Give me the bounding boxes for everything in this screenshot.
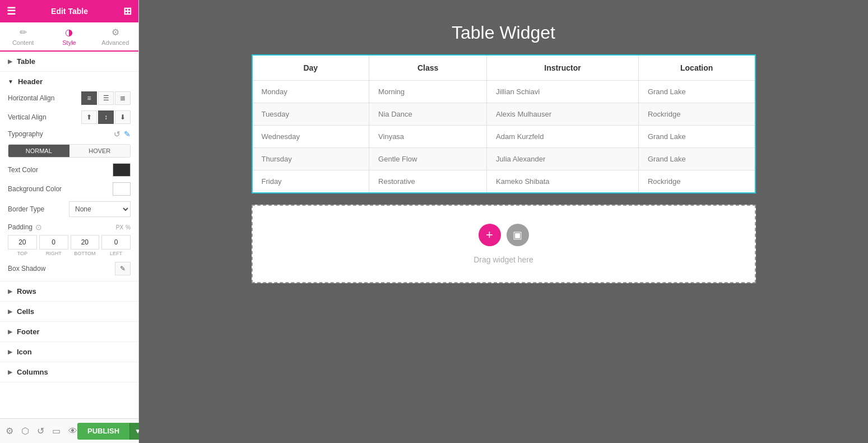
col-instructor: Instructor [487, 55, 639, 81]
settings-icon[interactable]: ⚙ [6, 426, 13, 436]
padding-top-label: TOP [17, 251, 27, 256]
vertical-align-label: Vertical Align [8, 113, 47, 121]
table-cell: Morning [369, 81, 487, 103]
menu-icon[interactable]: ☰ [7, 5, 16, 17]
horizontal-align-row: Horizontal Align ≡ ☰ ≣ [8, 91, 131, 105]
padding-top-input[interactable] [8, 235, 37, 250]
table-row: WednesdayVinyasaAdam KurzfeldGrand Lake [252, 126, 755, 148]
table-cell: Thursday [252, 148, 369, 170]
cells-arrow: ▶ [8, 308, 12, 315]
table-cell: Adam Kurzfeld [487, 126, 639, 148]
section-footer[interactable]: ▶ Footer [0, 322, 138, 342]
footer-arrow: ▶ [8, 329, 12, 335]
padding-left-field: LEFT [101, 235, 131, 256]
table-cell: Tuesday [252, 103, 369, 126]
typography-edit-icon[interactable]: ✎ [124, 130, 131, 139]
add-widget-button[interactable]: + [479, 224, 501, 246]
tab-style[interactable]: ◑ Style [46, 22, 92, 52]
section-table[interactable]: ▶ Table [0, 52, 138, 72]
left-panel: ☰ Edit Table ⊞ ✏ Content ◑ Style ⚙ Advan… [0, 0, 139, 443]
publish-button[interactable]: PUBLISH [77, 423, 129, 440]
valign-middle-button[interactable]: ↕ [98, 110, 114, 124]
tab-advanced-label: Advanced [101, 39, 129, 46]
drop-zone-buttons: + ▣ [479, 224, 529, 246]
device-icon[interactable]: ▭ [52, 426, 61, 436]
section-cells-label: Cells [17, 307, 34, 316]
table-cell: Vinyasa [369, 126, 487, 148]
section-columns[interactable]: ▶ Columns [0, 362, 138, 382]
vertical-align-buttons: ⬆ ↕ ⬇ [81, 110, 131, 124]
align-left-button[interactable]: ≡ [81, 91, 97, 105]
align-right-button[interactable]: ≣ [115, 91, 131, 105]
header-section-title[interactable]: ▼ Header [8, 77, 131, 86]
header-label: Header [18, 77, 43, 86]
col-location: Location [638, 55, 755, 81]
padding-label: Padding ⊙ [8, 223, 42, 232]
border-type-select[interactable]: None Solid Dashed Dotted [69, 201, 131, 217]
hover-tab[interactable]: HOVER [69, 145, 131, 157]
section-rows[interactable]: ▶ Rows [0, 282, 138, 302]
padding-unit-px[interactable]: PX [116, 224, 123, 230]
padding-left-label: LEFT [110, 251, 122, 256]
text-color-row: Text Color [8, 163, 131, 177]
section-icon-label: Icon [17, 348, 32, 356]
section-icon[interactable]: ▶ Icon [0, 342, 138, 362]
table-cell: Nia Dance [369, 103, 487, 126]
table-header-row: Day Class Instructor Location [252, 55, 755, 81]
padding-link-icon[interactable]: ⊙ [35, 223, 42, 232]
align-center-button[interactable]: ☰ [98, 91, 114, 105]
drop-text: Drag widget here [474, 255, 533, 264]
table-cell: Wednesday [252, 126, 369, 148]
section-rows-label: Rows [17, 287, 36, 296]
bottom-icons: ⚙ ⬡ ↺ ▭ 👁 [6, 426, 77, 436]
text-color-swatch[interactable] [113, 163, 131, 177]
tab-advanced[interactable]: ⚙ Advanced [92, 22, 138, 50]
section-columns-label: Columns [17, 368, 48, 376]
panel-body: ▶ Table ▼ Header Horizontal Align ≡ ☰ ≣ … [0, 52, 138, 418]
border-type-row: Border Type None Solid Dashed Dotted [8, 201, 131, 217]
background-color-label: Background Color [8, 185, 62, 193]
columns-arrow: ▶ [8, 369, 12, 375]
panel-header: ☰ Edit Table ⊞ [0, 0, 138, 22]
border-type-label: Border Type [8, 205, 44, 213]
table-cell: Jillian Schiavi [487, 81, 639, 103]
table-cell: Friday [252, 170, 369, 193]
typography-row: Typography ↺ ✎ [8, 130, 131, 139]
padding-label-text: Padding [8, 223, 33, 231]
history-icon[interactable]: ↺ [37, 426, 44, 436]
valign-bottom-button[interactable]: ⬇ [115, 110, 131, 124]
table-title: Table Widget [252, 22, 756, 43]
section-cells[interactable]: ▶ Cells [0, 302, 138, 322]
box-shadow-row: Box Shadow ✎ [8, 262, 131, 275]
padding-bottom-input[interactable] [71, 235, 100, 250]
table-row: FridayRestorativeKameko ShibataRockridge [252, 170, 755, 193]
typography-reset-icon[interactable]: ↺ [114, 130, 120, 139]
background-color-row: Background Color [8, 182, 131, 196]
padding-right-label: RIGHT [46, 251, 62, 256]
data-table: Day Class Instructor Location MondayMorn… [252, 54, 756, 193]
normal-hover-tabs: NORMAL HOVER [8, 144, 131, 158]
padding-right-input[interactable] [39, 235, 68, 250]
valign-top-button[interactable]: ⬆ [81, 110, 97, 124]
eye-icon[interactable]: 👁 [68, 426, 77, 436]
tab-style-label: Style [62, 39, 76, 46]
padding-left-input[interactable] [101, 235, 131, 250]
widget-icon[interactable]: ⬡ [21, 426, 29, 436]
padding-unit-percent[interactable]: % [126, 224, 131, 230]
table-cell: Alexis Mulhauser [487, 103, 639, 126]
padding-top-field: TOP [8, 235, 37, 256]
grid-icon[interactable]: ⊞ [123, 5, 132, 17]
table-cell: Kameko Shibata [487, 170, 639, 193]
padding-bottom-label: BOTTOM [74, 251, 95, 256]
box-shadow-edit-button[interactable]: ✎ [115, 262, 131, 275]
col-day: Day [252, 55, 369, 81]
section-footer-label: Footer [17, 327, 39, 336]
normal-tab[interactable]: NORMAL [8, 145, 69, 157]
table-row: TuesdayNia DanceAlexis MulhauserRockridg… [252, 103, 755, 126]
padding-section: Padding ⊙ PX % TOP RIGHT [8, 223, 131, 256]
tab-content[interactable]: ✏ Content [0, 22, 46, 50]
icon-arrow: ▶ [8, 349, 12, 355]
widget-library-button[interactable]: ▣ [507, 224, 529, 246]
content-icon: ✏ [20, 27, 27, 38]
background-color-swatch[interactable] [113, 182, 131, 196]
